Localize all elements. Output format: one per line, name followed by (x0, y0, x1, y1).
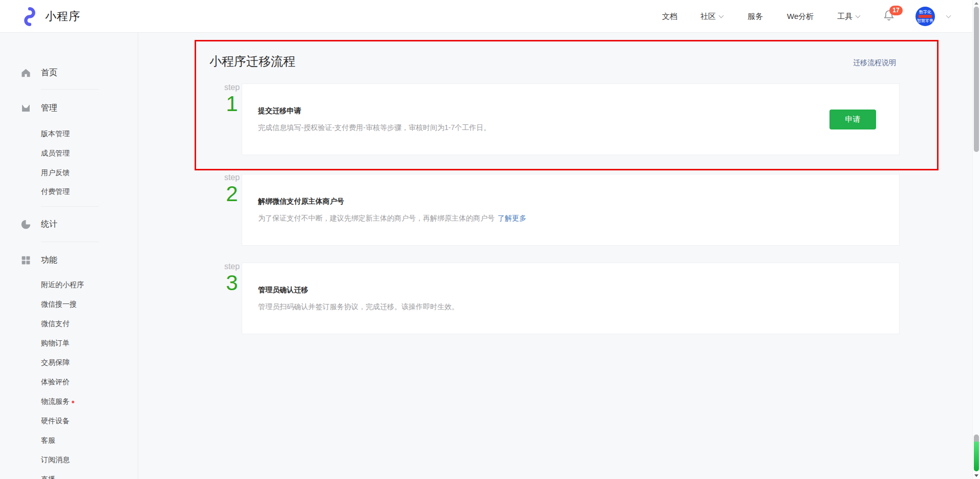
sidebar-item-label: 交易保障 (41, 358, 70, 367)
sidebar-item-label: 购物订单 (41, 339, 70, 348)
chevron-down-icon[interactable] (946, 13, 951, 18)
mini-program-logo-icon (20, 7, 39, 26)
sidebar-item-label: 订阅消息 (41, 455, 70, 465)
card-desc-text: 为了保证支付不中断，建议先绑定新主体的商户号，再解绑原主体的商户号 (258, 214, 495, 222)
avatar-text-top: 数字化 (919, 10, 931, 14)
sidebar: 首页 管理 版本管理 成员管理 用户反馈 付费管理 统计 功能 附近的小程序 微… (0, 33, 138, 479)
sidebar-item-label: 附近的小程序 (41, 280, 84, 290)
account-avatar[interactable]: 数字化 智慧零售 (915, 7, 935, 26)
scroll-down-arrow-icon[interactable] (974, 474, 978, 477)
card-text: 解绑微信支付原主体商户号 为了保证支付不中断，建议先绑定新主体的商户号，再解绑原… (258, 197, 526, 223)
step-card-3: 管理员确认迁移 管理员扫码确认并签订服务协议，完成迁移。该操作即时生效。 (242, 263, 900, 334)
sidebar-item-subscribe-message[interactable]: 订阅消息 (41, 455, 133, 465)
sidebar-item-transaction-guarantee[interactable]: 交易保障 (41, 358, 133, 367)
sidebar-item-label: 物流服务 (41, 397, 70, 406)
avatar-red-band (919, 15, 932, 18)
avatar-text-bottom: 智慧零售 (917, 18, 933, 23)
sidebar-item-label: 成员管理 (41, 149, 70, 158)
sidebar-item-live-streaming[interactable]: 直播 (41, 475, 133, 479)
grid-icon (20, 255, 31, 266)
app-logo[interactable]: 小程序 (20, 7, 80, 26)
sidebar-item-label: 微信支付 (41, 319, 70, 329)
sidebar-group-manage[interactable]: 管理 (20, 102, 133, 114)
nav-tools[interactable]: 工具 (837, 12, 860, 21)
learn-more-link[interactable]: 了解更多 (498, 214, 526, 222)
scrollbar-thumb[interactable] (974, 7, 979, 152)
nav-weanalysis[interactable]: We分析 (787, 12, 814, 21)
sidebar-item-shopping-orders[interactable]: 购物订单 (41, 339, 133, 348)
sidebar-item-version-management[interactable]: 版本管理 (41, 129, 133, 139)
card-title: 提交迁移申请 (258, 106, 491, 116)
sidebar-item-experience-rating[interactable]: 体验评价 (41, 378, 133, 387)
notification-badge: 17 (889, 6, 903, 15)
card-text: 提交迁移申请 完成信息填写-授权验证-支付费用-审核等步骤，审核时间为1-7个工… (258, 106, 491, 133)
sidebar-group-label: 管理 (41, 103, 57, 114)
sidebar-item-customer-service[interactable]: 客服 (41, 436, 133, 445)
chevron-down-icon (719, 13, 724, 18)
sidebar-item-label: 硬件设备 (41, 417, 70, 426)
scroll-green-indicator[interactable] (974, 434, 979, 471)
pie-chart-icon (20, 219, 31, 230)
apply-button[interactable]: 申请 (829, 110, 876, 129)
card-desc: 管理员扫码确认并签订服务协议，完成迁移。该操作即时生效。 (258, 302, 459, 312)
sidebar-group-label: 统计 (41, 219, 57, 230)
page-title: 小程序迁移流程 (209, 53, 295, 70)
app-title: 小程序 (45, 9, 80, 24)
sidebar-item-label: 版本管理 (41, 129, 70, 139)
nav-service[interactable]: 服务 (748, 12, 763, 21)
inbox-icon (20, 103, 31, 114)
card-desc: 完成信息填写-授权验证-支付费用-审核等步骤，审核时间为1-7个工作日。 (258, 123, 491, 133)
new-badge-dot (72, 401, 74, 403)
step-card-1: 提交迁移申请 完成信息填写-授权验证-支付费用-审核等步骤，审核时间为1-7个工… (242, 83, 900, 155)
card-desc: 为了保证支付不中断，建议先绑定新主体的商户号，再解绑原主体的商户号了解更多 (258, 214, 526, 223)
sidebar-group-label: 功能 (41, 255, 57, 266)
top-header: 小程序 文档 社区 服务 We分析 工具 17 数字化 智慧零售 (0, 0, 980, 33)
sidebar-group-statistics[interactable]: 统计 (20, 218, 133, 230)
sidebar-item-logistics-service[interactable]: 物流服务 (41, 397, 133, 406)
sidebar-item-label: 用户反馈 (41, 168, 70, 178)
nav-community-label: 社区 (700, 12, 716, 20)
sidebar-item-nearby-miniprogram[interactable]: 附近的小程序 (41, 280, 133, 290)
sidebar-item-member-management[interactable]: 成员管理 (41, 149, 133, 158)
sidebar-item-payment-management[interactable]: 付费管理 (41, 187, 133, 197)
notification-bell[interactable]: 17 (883, 9, 898, 24)
sidebar-item-home[interactable]: 首页 (20, 67, 133, 79)
card-text: 管理员确认迁移 管理员扫码确认并签订服务协议，完成迁移。该操作即时生效。 (258, 286, 459, 312)
sidebar-item-label: 体验评价 (41, 378, 70, 387)
home-icon (20, 68, 31, 78)
sidebar-item-wechat-pay[interactable]: 微信支付 (41, 319, 133, 329)
sidebar-item-wechat-search[interactable]: 微信搜一搜 (41, 300, 133, 309)
nav-docs[interactable]: 文档 (662, 12, 677, 21)
divider (41, 242, 99, 242)
sidebar-item-label: 直播 (41, 475, 55, 479)
sidebar-item-label: 首页 (41, 68, 57, 78)
nav-tools-label: 工具 (837, 12, 853, 20)
scroll-indicator-green-body (974, 442, 979, 471)
main-content: 小程序迁移流程 迁移流程说明 step 1 提交迁移申请 完成信息填写-授权验证… (0, 0, 980, 479)
divider (41, 206, 99, 207)
scrollbar (972, 0, 980, 479)
scroll-up-arrow-icon[interactable] (974, 2, 978, 5)
scroll-indicator-cap (974, 434, 979, 442)
sidebar-item-label: 客服 (41, 436, 55, 445)
card-title: 解绑微信支付原主体商户号 (258, 197, 526, 206)
nav-community[interactable]: 社区 (700, 12, 723, 21)
sidebar-group-features[interactable]: 功能 (20, 254, 133, 266)
sidebar-item-user-feedback[interactable]: 用户反馈 (41, 168, 133, 178)
sidebar-item-label: 微信搜一搜 (41, 300, 77, 309)
sidebar-item-hardware-devices[interactable]: 硬件设备 (41, 417, 133, 426)
chevron-down-icon (856, 13, 861, 18)
divider (41, 89, 99, 90)
card-title: 管理员确认迁移 (258, 286, 459, 295)
sidebar-item-label: 付费管理 (41, 187, 70, 197)
step-card-2: 解绑微信支付原主体商户号 为了保证支付不中断，建议先绑定新主体的商户号，再解绑原… (242, 174, 900, 246)
migration-guide-link[interactable]: 迁移流程说明 (853, 58, 896, 68)
